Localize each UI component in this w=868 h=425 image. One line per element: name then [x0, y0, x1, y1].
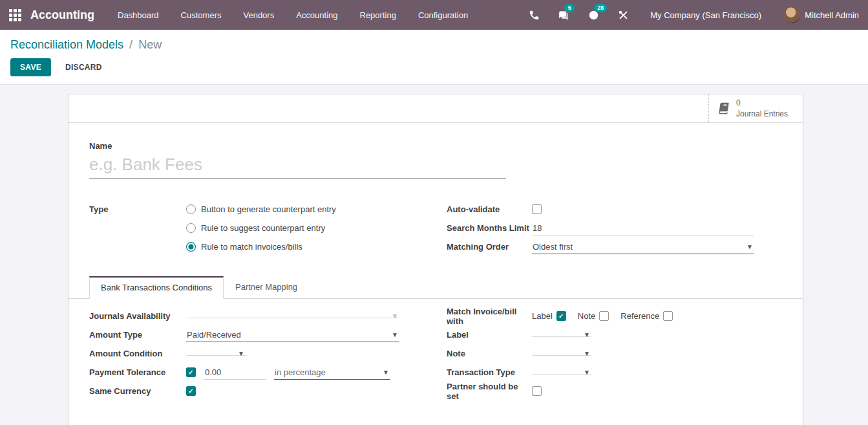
auto-validate-checkbox[interactable] [532, 204, 542, 214]
breadcrumb-separator: / [129, 38, 132, 51]
chevron-down-icon: ▼ [746, 243, 753, 250]
messages-icon[interactable]: 5 [557, 8, 570, 21]
notebook-tabs: Bank Transactions Conditions Partner Map… [69, 276, 803, 299]
chevron-down-icon: ▼ [584, 350, 590, 357]
radio-icon [186, 223, 196, 233]
name-field-group: Name [89, 141, 754, 179]
content-area: 0 Journal Entries Name Type Bu [0, 85, 868, 425]
amount-type-label: Amount Type [89, 330, 186, 340]
name-label: Name [89, 141, 754, 151]
reconciliation-model-form: 0 Journal Entries Name Type Bu [68, 94, 803, 425]
options-group: Auto-validate Search Months Limit Matchi… [447, 200, 754, 256]
radio-rule-to-suggest[interactable]: Rule to suggest counterpart entry [186, 219, 336, 237]
same-currency-checkbox[interactable] [186, 386, 196, 396]
activities-clock-icon[interactable]: 28 [587, 8, 600, 21]
match-invoice-options: Label Note Reference [532, 311, 678, 321]
control-panel: Reconciliation Models / New SAVE DISCARD [0, 30, 868, 85]
payment-tolerance-value-input[interactable] [204, 365, 266, 380]
menu-customers[interactable]: Customers [181, 10, 222, 20]
discard-button[interactable]: DISCARD [56, 59, 111, 76]
payment-tolerance-checkbox[interactable] [186, 367, 196, 377]
apps-menu-icon[interactable] [9, 9, 21, 21]
menu-accounting[interactable]: Accounting [296, 10, 337, 20]
amount-type-select[interactable]: Paid/Received ▼ [186, 328, 399, 342]
auto-validate-label: Auto-validate [447, 204, 532, 214]
partner-should-be-set-checkbox[interactable] [532, 386, 542, 396]
chevron-down-icon: ▼ [392, 312, 398, 320]
radio-button-to-generate[interactable]: Button to generate counterpart entry [186, 200, 336, 219]
search-months-limit-label: Search Months Limit [447, 223, 532, 233]
book-icon [716, 102, 732, 115]
systray: 5 28 My Company (San Francisco) Mitchell… [527, 6, 859, 23]
chevron-down-icon: ▼ [238, 350, 244, 357]
match-label-checkbox[interactable] [556, 311, 566, 321]
journals-availability-select[interactable]: ▼ [186, 314, 399, 318]
developer-tools-icon[interactable] [617, 8, 630, 21]
amount-condition-label: Amount Condition [89, 349, 186, 358]
chevron-down-icon: ▼ [392, 331, 398, 338]
form-sheet: Name Type Button to generate counterpart… [69, 123, 803, 256]
notebook: Bank Transactions Conditions Partner Map… [69, 276, 803, 425]
same-currency-label: Same Currency [89, 386, 186, 396]
user-name: Mitchell Admin [805, 10, 859, 20]
company-switcher[interactable]: My Company (San Francisco) [650, 10, 761, 20]
amount-condition-select[interactable]: ▼ [186, 351, 246, 356]
type-label: Type [89, 200, 186, 256]
match-note-checkbox[interactable] [599, 311, 609, 321]
tab-bank-transactions-conditions[interactable]: Bank Transactions Conditions [89, 276, 224, 299]
tab-partner-mapping[interactable]: Partner Mapping [224, 276, 309, 299]
radio-icon-selected [186, 242, 196, 252]
chevron-down-icon: ▼ [383, 369, 389, 376]
breadcrumb-current: New [138, 38, 162, 51]
journal-entries-count: 0 [736, 98, 788, 108]
messages-badge: 5 [564, 4, 575, 12]
menu-dashboard[interactable]: Dashboard [118, 10, 159, 20]
breadcrumb-parent[interactable]: Reconciliation Models [10, 38, 123, 51]
breadcrumb: Reconciliation Models / New [10, 38, 858, 52]
user-avatar [783, 6, 800, 23]
note-select[interactable]: ▼ [532, 351, 591, 356]
chevron-down-icon: ▼ [584, 369, 590, 376]
transaction-type-label: Transaction Type [447, 367, 532, 377]
partner-should-be-set-label: Partner should be set [447, 382, 532, 401]
app-brand[interactable]: Accounting [30, 8, 94, 22]
button-box: 0 Journal Entries [69, 94, 803, 123]
control-panel-buttons: SAVE DISCARD [10, 58, 858, 76]
type-group: Type Button to generate counterpart entr… [89, 200, 399, 256]
note-field-label: Note [447, 349, 532, 358]
journal-entries-stat-button[interactable]: 0 Journal Entries [708, 94, 803, 122]
menu-vendors[interactable]: Vendors [243, 10, 274, 20]
label-select[interactable]: ▼ [532, 332, 591, 337]
matching-order-label: Matching Order [447, 242, 532, 252]
phone-icon[interactable] [527, 8, 540, 21]
chevron-down-icon: ▼ [584, 331, 590, 338]
radio-icon [186, 204, 196, 214]
menu-configuration[interactable]: Configuration [418, 10, 468, 20]
save-button[interactable]: SAVE [10, 58, 51, 76]
activities-badge: 28 [594, 4, 607, 12]
user-menu[interactable]: Mitchell Admin [783, 6, 859, 23]
bank-transactions-conditions-panel: Journals Availability ▼ Amount Type Paid… [69, 299, 803, 425]
name-input[interactable] [89, 153, 506, 179]
radio-rule-to-match[interactable]: Rule to match invoices/bills [186, 237, 336, 256]
main-menu: Dashboard Customers Vendors Accounting R… [118, 10, 468, 20]
search-months-limit-input[interactable] [532, 221, 754, 235]
type-radio-group: Button to generate counterpart entry Rul… [186, 200, 336, 256]
transaction-type-select[interactable]: ▼ [532, 370, 591, 375]
top-navigation-bar: Accounting Dashboard Customers Vendors A… [0, 0, 868, 30]
journal-entries-label: Journal Entries [736, 109, 788, 119]
label-field-label: Label [447, 330, 532, 340]
payment-tolerance-unit-select[interactable]: in percentage ▼ [274, 365, 390, 380]
journals-availability-label: Journals Availability [89, 311, 186, 321]
match-invoice-label: Match Invoice/bill with [447, 307, 532, 326]
payment-tolerance-label: Payment Tolerance [89, 367, 186, 377]
match-reference-checkbox[interactable] [663, 311, 673, 321]
menu-reporting[interactable]: Reporting [360, 10, 396, 20]
matching-order-select[interactable]: Oldest first ▼ [532, 240, 754, 254]
